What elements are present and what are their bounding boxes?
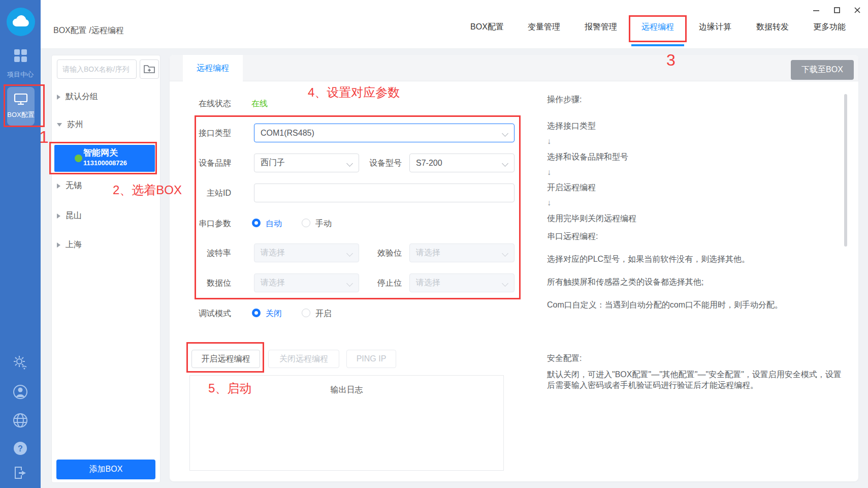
caret-right-icon — [57, 95, 60, 100]
logout-icon[interactable] — [0, 465, 41, 480]
chevron-down-icon — [502, 130, 508, 137]
debug-off-label[interactable]: 关闭 — [266, 309, 282, 319]
tree-group-default[interactable]: 默认分组 — [57, 92, 98, 102]
maximize-button[interactable] — [832, 5, 842, 15]
svg-text:?: ? — [18, 444, 23, 453]
box-config-label: BOX配置 — [7, 110, 34, 119]
serial-manual-label[interactable]: 手动 — [315, 219, 332, 229]
minimize-button[interactable] — [811, 5, 821, 15]
step-line: 选择接口类型 — [547, 118, 636, 134]
sidebar-item-project-center[interactable]: 项目中心 — [0, 70, 41, 79]
device-brand-label: 设备品牌 — [175, 158, 231, 169]
online-status-label: 在线状态 — [175, 99, 231, 109]
parity-label: 效验位 — [346, 248, 402, 259]
serial-help-title: 串口远程编程: — [547, 231, 598, 242]
tab-data-forwarding[interactable]: 数据转发 — [756, 22, 789, 33]
sidebar-item-box-config[interactable]: BOX配置 — [7, 87, 35, 126]
tree-group-wuxi[interactable]: 无锡 — [57, 180, 82, 191]
tab-more-functions[interactable]: 更多功能 — [813, 22, 846, 33]
serial-help-line: 选择对应的PLC型号，如果当前软件没有，则选择其他。 — [547, 254, 750, 265]
arrow-down-icon: ↓ — [547, 195, 636, 210]
tree-group-shanghai[interactable]: 上海 — [57, 239, 82, 250]
tree-group-kunshan[interactable]: 昆山 — [57, 210, 82, 221]
globe-icon[interactable] — [0, 412, 41, 429]
ping-ip-button: PING IP — [346, 350, 396, 368]
stop-remote-programming-button: 关闭远程编程 — [268, 350, 339, 368]
chevron-down-icon — [502, 160, 508, 167]
download-to-box-button[interactable]: 下载至BOX — [791, 60, 854, 80]
output-log-title: 输出日志 — [189, 385, 504, 395]
project-center-icon[interactable] — [14, 49, 27, 62]
online-status-value: 在线 — [251, 99, 268, 109]
app-logo — [7, 8, 35, 36]
caret-down-icon — [57, 123, 62, 127]
baud-rate-label: 波特率 — [175, 248, 231, 259]
breadcrumb: BOX配置 /远程编程 — [53, 25, 124, 36]
start-remote-programming-button[interactable]: 开启远程编程 — [191, 350, 260, 368]
gateway-name: 智能网关 — [83, 147, 118, 159]
serial-param-label: 串口参数 — [175, 219, 231, 229]
tab-variable-mgmt[interactable]: 变量管理 — [528, 22, 560, 33]
title-bar — [41, 0, 868, 49]
baud-rate-select: 请选择 — [254, 243, 359, 262]
arrow-down-icon: ↓ — [547, 134, 636, 149]
step-line: 使用完毕则关闭远程编程 — [547, 211, 636, 226]
vertical-scrollbar[interactable] — [844, 94, 847, 247]
tab-alarm-mgmt[interactable]: 报警管理 — [585, 22, 617, 33]
serial-help-line: Com口自定义：当遇到自动分配的com口不能用时，则手动分配。 — [547, 300, 783, 311]
step-line: 开启远程编程 — [547, 180, 636, 195]
debug-on-label[interactable]: 开启 — [315, 309, 332, 319]
serial-auto-label[interactable]: 自动 — [266, 219, 282, 229]
security-help-title: 安全配置: — [547, 353, 582, 364]
data-bits-label: 数据位 — [175, 278, 231, 289]
device-model-label: 设备型号 — [346, 158, 402, 169]
account-icon[interactable] — [0, 384, 41, 400]
help-icon[interactable]: ? — [0, 441, 41, 456]
gateway-serial: 113100008726 — [83, 159, 127, 167]
folder-plus-icon — [144, 64, 155, 75]
monitor-icon — [14, 93, 28, 107]
parity-select: 请选择 — [409, 243, 515, 262]
device-brand-select[interactable]: 西门子 — [254, 154, 359, 172]
debug-on-radio[interactable] — [302, 309, 310, 317]
add-box-button[interactable]: 添加BOX — [56, 460, 155, 479]
tree-item-gateway-selected[interactable]: 智能网关 113100008726 — [54, 145, 155, 172]
app-window: BOX配置 /远程编程 BOX配置 变量管理 报警管理 远程编程 边缘计算 数据… — [0, 0, 868, 488]
close-button[interactable] — [852, 5, 862, 15]
chevron-down-icon — [502, 250, 508, 257]
steps-list: 选择接口类型 ↓ 选择和设备品牌和型号 ↓ 开启远程编程 ↓ 使用完毕则关闭远程… — [547, 118, 636, 226]
debug-off-radio[interactable] — [252, 309, 261, 317]
master-id-label: 主站ID — [175, 188, 231, 199]
settings-gear-icon[interactable] — [0, 355, 41, 370]
stop-bits-label: 停止位 — [346, 278, 402, 289]
interface-type-select[interactable]: COM1(RS485) — [254, 124, 515, 142]
tree-group-suzhou[interactable]: 苏州 — [57, 119, 83, 130]
caret-right-icon — [57, 242, 60, 248]
arrow-down-icon: ↓ — [547, 165, 636, 180]
master-id-input[interactable] — [254, 184, 515, 202]
steps-title: 操作步骤: — [547, 95, 582, 105]
tab-edge-computing[interactable]: 边缘计算 — [699, 22, 731, 33]
search-input[interactable] — [57, 59, 137, 79]
serial-manual-radio[interactable] — [302, 219, 310, 227]
stop-bits-select: 请选择 — [409, 273, 515, 292]
data-bits-select: 请选择 — [254, 273, 359, 292]
tab-remote-programming-content[interactable]: 远程编程 — [183, 55, 243, 81]
add-group-button[interactable] — [140, 59, 159, 79]
cloud-icon — [12, 14, 29, 29]
serial-auto-radio[interactable] — [252, 219, 261, 227]
online-status-dot — [75, 155, 82, 162]
caret-right-icon — [57, 184, 60, 189]
chevron-down-icon — [502, 280, 508, 287]
caret-right-icon — [57, 214, 60, 219]
serial-help-line: 所有触摸屏和传感器之类的设备都选择其他; — [547, 277, 703, 288]
device-model-select[interactable]: S7-200 — [409, 154, 515, 172]
tab-box-config[interactable]: BOX配置 — [470, 22, 504, 33]
step-line: 选择和设备品牌和型号 — [547, 149, 636, 165]
interface-type-label: 接口类型 — [175, 128, 231, 139]
tab-remote-programming[interactable]: 远程编程 — [641, 22, 674, 33]
security-help-text: 默认关闭，可进入"BOX配置"—"其他配置"—"安全配置"，设置启用安全模式，设… — [547, 369, 848, 390]
active-tab-underline — [631, 44, 684, 46]
debug-mode-label: 调试模式 — [175, 309, 231, 319]
content-tab-strip — [170, 55, 858, 81]
